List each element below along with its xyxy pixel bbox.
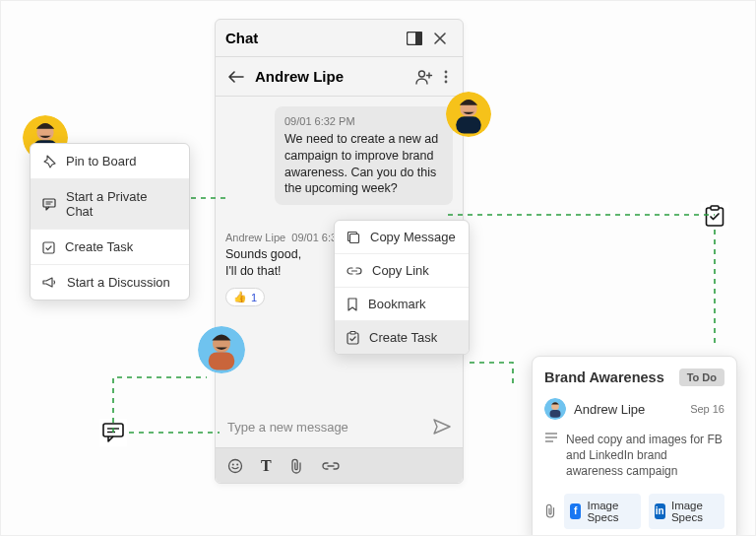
bookmark-icon xyxy=(346,298,358,311)
pin-icon xyxy=(42,155,56,168)
ctx-label: Create Task xyxy=(369,330,437,345)
attachment-icon[interactable] xyxy=(289,458,303,474)
svg-rect-21 xyxy=(350,331,355,334)
svg-point-6 xyxy=(419,71,425,77)
incoming-message[interactable]: 09/01 6:32 PM We need to create a new ad… xyxy=(275,106,453,205)
menu-start-discussion[interactable]: Start a Discussion xyxy=(31,264,189,300)
send-icon[interactable] xyxy=(433,419,451,435)
menu-create-task[interactable]: Create Task xyxy=(31,229,189,264)
ctx-label: Copy Link xyxy=(372,263,429,278)
ctx-create-task[interactable]: Create Task xyxy=(335,320,469,354)
message-timestamp: 09/01 6:32 PM xyxy=(284,114,443,129)
chat-title: Chat xyxy=(225,30,402,46)
svg-rect-28 xyxy=(550,410,561,418)
facebook-icon: f xyxy=(570,503,581,519)
ctx-bookmark[interactable]: Bookmark xyxy=(335,287,469,320)
avatar xyxy=(198,326,245,373)
close-icon[interactable] xyxy=(427,26,453,51)
task-assignee-row: Andrew Lipe Sep 16 xyxy=(544,398,724,420)
message-context-menu: Copy Message Copy Link Bookmark Create T… xyxy=(334,220,470,355)
assignee-name: Andrew Lipe xyxy=(574,402,682,417)
task-icon xyxy=(346,331,359,345)
description-icon xyxy=(544,432,558,480)
svg-rect-45 xyxy=(711,206,719,210)
contact-name: Andrew Lipe xyxy=(255,68,411,85)
svg-rect-5 xyxy=(415,32,422,44)
chat-subheader: Andrew Lipe xyxy=(216,57,463,97)
menu-label: Start a Private Chat xyxy=(66,189,177,219)
reaction-badge[interactable]: 👍 1 xyxy=(225,288,265,306)
svg-point-16 xyxy=(229,459,242,472)
kebab-icon[interactable] xyxy=(437,64,455,90)
ctx-copy-message[interactable]: Copy Message xyxy=(335,221,469,253)
avatar xyxy=(446,92,491,137)
svg-point-9 xyxy=(445,80,448,83)
svg-rect-22 xyxy=(43,199,55,207)
attachment-fb[interactable]: f Image Specs xyxy=(564,494,641,529)
link-icon xyxy=(346,266,362,276)
svg-point-18 xyxy=(236,463,238,465)
avatar xyxy=(544,398,566,420)
back-icon[interactable] xyxy=(223,64,249,90)
task-description: Need copy and images for FB and LinkedIn… xyxy=(544,432,724,480)
emoji-icon[interactable] xyxy=(227,458,243,474)
ctx-label: Copy Message xyxy=(370,230,456,244)
svg-rect-25 xyxy=(43,242,54,253)
dock-icon[interactable] xyxy=(402,26,427,51)
task-card[interactable]: Brand Awareness To Do Andrew Lipe Sep 16… xyxy=(532,356,737,536)
message-text: We need to create a new ad campaign to i… xyxy=(284,131,443,198)
task-title: Brand Awareness xyxy=(544,369,671,385)
svg-rect-19 xyxy=(350,234,359,242)
task-check-icon xyxy=(701,202,728,230)
reaction-count: 1 xyxy=(251,292,257,303)
link-icon[interactable] xyxy=(321,460,341,472)
compose-toolbar: T xyxy=(216,447,463,483)
attachment-row: f Image Specs in Image Specs xyxy=(544,494,724,529)
megaphone-icon xyxy=(42,276,57,289)
compose-row[interactable]: Type a new message xyxy=(216,406,463,447)
task-status-badge[interactable]: To Do xyxy=(679,368,724,386)
user-quick-menu: Pin to Board Start a Private Chat Create… xyxy=(30,143,190,301)
task-icon xyxy=(42,240,55,254)
ctx-label: Bookmark xyxy=(368,297,426,311)
compose-placeholder: Type a new message xyxy=(227,420,433,435)
chat-header: Chat xyxy=(216,20,463,57)
svg-rect-20 xyxy=(347,333,358,344)
svg-point-7 xyxy=(445,70,448,73)
chat-icon xyxy=(99,419,127,446)
due-date: Sep 16 xyxy=(690,403,724,415)
attachment-linkedin[interactable]: in Image Specs xyxy=(649,494,725,529)
menu-label: Create Task xyxy=(65,239,133,254)
svg-rect-37 xyxy=(456,116,480,133)
linkedin-icon: in xyxy=(655,503,665,519)
menu-label: Pin to Board xyxy=(66,154,137,168)
ctx-copy-link[interactable]: Copy Link xyxy=(335,253,469,287)
svg-point-17 xyxy=(232,463,234,465)
paperclip-icon xyxy=(544,503,556,518)
copy-icon xyxy=(346,231,360,244)
add-user-icon[interactable] xyxy=(411,64,437,90)
chat-icon xyxy=(42,198,56,211)
menu-pin-to-board[interactable]: Pin to Board xyxy=(31,144,189,178)
text-format-icon[interactable]: T xyxy=(261,457,272,475)
svg-point-8 xyxy=(445,75,448,78)
menu-label: Start a Discussion xyxy=(67,275,170,290)
menu-private-chat[interactable]: Start a Private Chat xyxy=(31,178,189,229)
thumbs-up-icon: 👍 xyxy=(233,291,247,303)
svg-rect-40 xyxy=(209,352,234,369)
svg-rect-41 xyxy=(103,424,123,436)
